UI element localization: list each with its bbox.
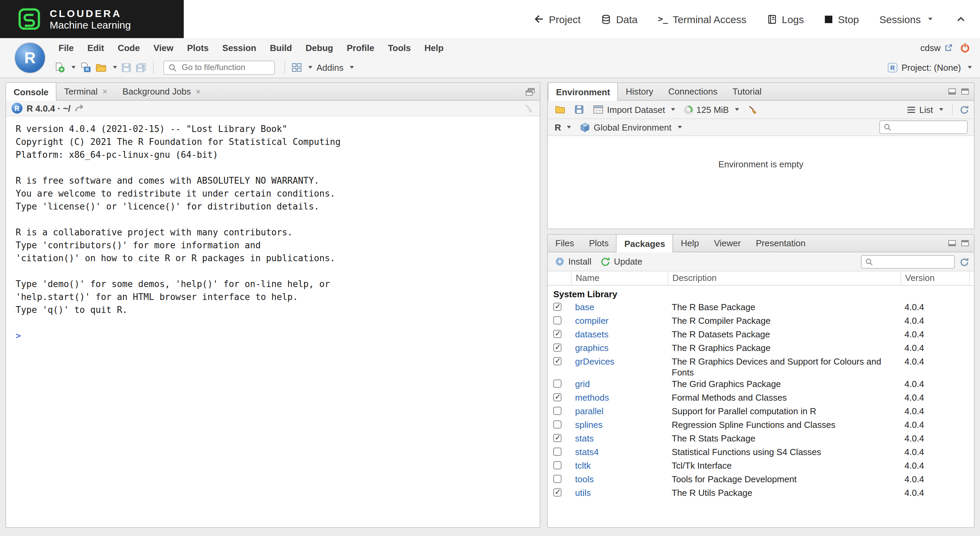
collapse-chevron-icon[interactable] <box>956 14 966 24</box>
new-project-button[interactable]: R <box>78 60 93 74</box>
environment-tab[interactable]: History <box>618 83 661 100</box>
package-name-link[interactable]: utils <box>575 488 591 498</box>
package-loaded-checkbox[interactable] <box>553 407 562 415</box>
menu-item[interactable]: Plots <box>180 43 216 53</box>
column-header-description[interactable]: Description <box>668 271 900 285</box>
package-name-link[interactable]: splines <box>575 420 603 430</box>
maximize-pane-icon[interactable] <box>525 87 535 95</box>
install-packages-button[interactable]: Install <box>553 255 593 268</box>
nav-terminal-access[interactable]: >_ Terminal Access <box>658 13 746 25</box>
goto-file-input[interactable] <box>180 62 270 73</box>
column-header-version[interactable]: Version <box>900 271 969 285</box>
tab-background-jobs[interactable]: Background Jobs × <box>115 83 208 100</box>
addins-button[interactable]: Addins <box>314 61 356 74</box>
menu-item[interactable]: File <box>52 43 81 53</box>
save-button[interactable] <box>119 61 134 74</box>
package-loaded-checkbox[interactable] <box>553 488 562 496</box>
menu-item[interactable]: Build <box>263 43 299 53</box>
clear-objects-button[interactable] <box>746 103 760 116</box>
refresh-icon[interactable] <box>959 257 969 266</box>
package-name-link[interactable]: grDevices <box>575 357 614 366</box>
save-all-button[interactable] <box>134 61 149 74</box>
packages-pane-tab[interactable]: Plots <box>582 235 616 252</box>
package-name-link[interactable]: methods <box>575 392 609 403</box>
environment-tab[interactable]: Environment <box>548 83 618 101</box>
menu-item[interactable]: Edit <box>81 43 111 53</box>
packages-pane-tab[interactable]: Files <box>548 235 582 252</box>
package-name-link[interactable]: base <box>575 302 594 312</box>
package-loaded-checkbox[interactable] <box>553 393 562 401</box>
package-name-link[interactable]: tools <box>575 474 594 484</box>
menu-item[interactable]: Help <box>417 43 450 53</box>
package-loaded-checkbox[interactable] <box>553 447 562 456</box>
console-output[interactable]: R version 4.0.4 (2021-02-15) -- "Lost Li… <box>6 116 540 527</box>
package-loaded-checkbox[interactable] <box>553 475 562 483</box>
new-file-button[interactable] <box>52 60 78 74</box>
package-loaded-checkbox[interactable] <box>553 330 562 338</box>
minimize-pane-icon[interactable] <box>948 239 956 247</box>
packages-search[interactable] <box>861 255 955 268</box>
package-loaded-checkbox[interactable] <box>553 344 562 352</box>
package-name-link[interactable]: grid <box>575 379 590 389</box>
environment-tab[interactable]: Tutorial <box>725 83 769 100</box>
package-loaded-checkbox[interactable] <box>553 316 562 325</box>
save-workspace-button[interactable] <box>572 103 586 116</box>
package-loaded-checkbox[interactable] <box>553 357 562 365</box>
environment-search-input[interactable] <box>894 122 964 133</box>
package-name-link[interactable]: datasets <box>575 329 608 339</box>
environment-search[interactable] <box>879 121 968 134</box>
minimize-pane-icon[interactable] <box>948 88 956 95</box>
package-loaded-checkbox[interactable] <box>553 303 562 311</box>
environment-scope-selector[interactable]: Global Environment <box>578 121 684 134</box>
tab-console[interactable]: Console <box>6 83 57 101</box>
cdsw-link[interactable]: cdsw <box>920 43 953 53</box>
memory-usage-button[interactable]: 125 MiB <box>682 103 741 116</box>
packages-pane-tab[interactable]: Presentation <box>748 235 813 252</box>
package-name-link[interactable]: stats4 <box>575 447 598 457</box>
packages-pane-tab[interactable]: Viewer <box>706 235 748 252</box>
nav-sessions[interactable]: Sessions <box>879 13 932 25</box>
package-loaded-checkbox[interactable] <box>553 434 562 442</box>
maximize-pane-icon[interactable] <box>961 239 969 247</box>
import-dataset-button[interactable]: Import Dataset <box>591 103 678 116</box>
close-icon[interactable]: × <box>196 87 201 96</box>
package-loaded-checkbox[interactable] <box>553 420 562 428</box>
menu-item[interactable]: Code <box>111 43 147 53</box>
package-name-link[interactable]: graphics <box>575 343 608 353</box>
package-name-link[interactable]: tcltk <box>575 460 591 471</box>
menu-item[interactable]: Profile <box>340 43 381 53</box>
nav-project[interactable]: Project <box>533 13 581 25</box>
language-selector[interactable]: R <box>553 121 573 134</box>
environment-tab[interactable]: Connections <box>661 83 725 100</box>
nav-stop[interactable]: Stop <box>824 13 859 25</box>
package-name-link[interactable]: compiler <box>575 316 608 326</box>
refresh-icon[interactable] <box>959 105 969 114</box>
tab-terminal[interactable]: Terminal × <box>57 83 115 100</box>
list-view-button[interactable]: List <box>904 103 945 116</box>
nav-logs[interactable]: Logs <box>767 13 804 25</box>
clear-console-broom-icon[interactable] <box>524 103 534 113</box>
close-icon[interactable]: × <box>102 87 108 96</box>
nav-data[interactable]: Data <box>601 13 637 25</box>
package-name-link[interactable]: stats <box>575 433 594 444</box>
menu-item[interactable]: View <box>147 43 180 53</box>
package-name-link[interactable]: parallel <box>575 406 604 416</box>
load-workspace-button[interactable] <box>553 103 568 116</box>
project-selector[interactable]: R Project: (None) <box>887 62 980 73</box>
menu-item[interactable]: Tools <box>381 43 417 53</box>
open-file-button[interactable] <box>93 61 119 74</box>
update-packages-button[interactable]: Update <box>598 255 644 268</box>
packages-search-input[interactable] <box>876 256 951 267</box>
maximize-pane-icon[interactable] <box>961 88 969 95</box>
menu-item[interactable]: Debug <box>299 43 340 53</box>
package-loaded-checkbox[interactable] <box>553 461 562 469</box>
goto-directory-icon[interactable] <box>75 104 84 112</box>
packages-pane-tab[interactable]: Help <box>673 235 707 252</box>
quit-session-power-icon[interactable] <box>959 42 970 53</box>
goto-file-search[interactable] <box>163 60 275 75</box>
packages-pane-tab[interactable]: Packages <box>616 235 673 252</box>
menu-item[interactable]: Session <box>215 43 263 53</box>
workspace-panes-button[interactable] <box>289 61 314 74</box>
package-loaded-checkbox[interactable] <box>553 379 562 388</box>
column-header-name[interactable]: Name <box>571 271 668 285</box>
